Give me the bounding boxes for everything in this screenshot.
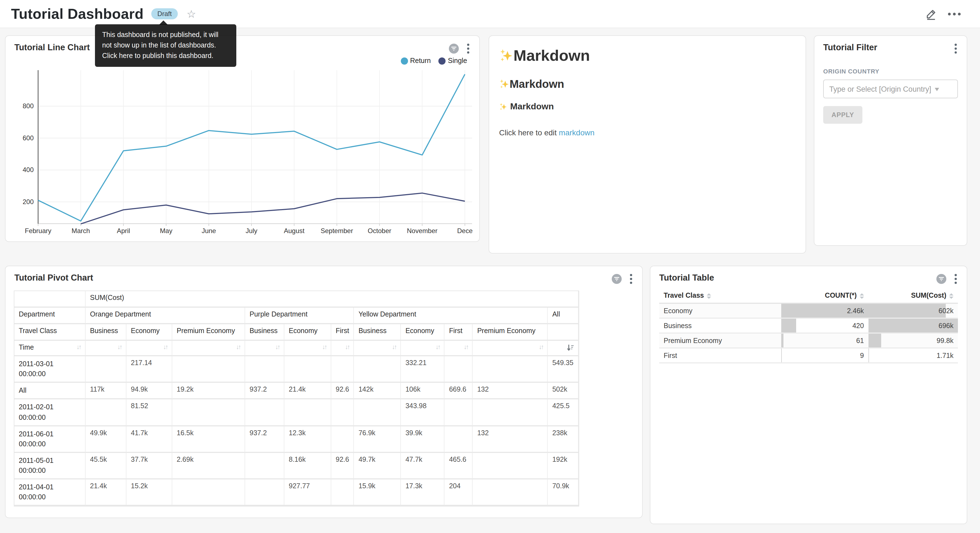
dashboard-page: Tutorial Dashboard Draft ☆ This dashboar… (0, 0, 980, 533)
favorite-star-icon[interactable]: ☆ (187, 8, 196, 19)
chart-filter-icon[interactable] (612, 274, 622, 284)
data-table: Travel ClassCOUNT(*)SUM(Cost)Economy2.46… (659, 288, 958, 364)
more-actions-icon[interactable] (948, 8, 960, 20)
pivot-cell: 502k (548, 383, 578, 400)
column-header-count-[interactable]: COUNT(*) (781, 288, 868, 303)
pivot-sort-cell: ↓↑ (284, 341, 331, 356)
pivot-cell (331, 479, 354, 506)
origin-country-select[interactable]: Type or Select [Origin Country] (823, 80, 958, 98)
series-line-single (81, 193, 465, 224)
pivot-sort-cell: ↓↑ (401, 341, 445, 356)
pivot-sort-cell: ↓↑ (245, 341, 284, 356)
pivot-sort-cell: ↓↑ (126, 341, 172, 356)
pivot-cell: 39.9k (401, 426, 445, 453)
table-row: Premium Economy6199.8k (659, 333, 958, 348)
sparkles-icon (499, 49, 514, 63)
sparkles-icon (499, 102, 508, 111)
column-header-sum-cost-[interactable]: SUM(Cost) (868, 288, 958, 303)
sparkles-icon (499, 79, 510, 89)
x-axis-label: April (117, 227, 130, 235)
pivot-cell (473, 479, 548, 506)
pivot-cell (473, 400, 548, 426)
pivot-row-header: 2011-04-01 00:00:00 (14, 479, 86, 506)
pivot-row-header: 2011-06-01 00:00:00 (14, 426, 86, 453)
pivot-cell: 21.4k (284, 383, 331, 400)
edit-pencil-icon[interactable] (925, 8, 937, 20)
pivot-cell (86, 400, 126, 426)
x-axis-label: November (407, 227, 438, 235)
pivot-cell: 204 (445, 479, 473, 506)
sort-caret-icon (859, 293, 864, 298)
pivot-cell: 192k (548, 453, 578, 480)
pivot-cell: 17.3k (401, 479, 445, 506)
chart-kebab-menu-icon[interactable] (629, 273, 633, 285)
pivot-cell: 76.9k (354, 426, 401, 453)
y-axis-label: 800 (23, 102, 34, 110)
count-cell: 420 (781, 318, 868, 333)
sort-icon[interactable]: ↓↑ (275, 343, 279, 350)
pivot-cell: 549.35 (548, 356, 578, 383)
pivot-cell: 132 (473, 383, 548, 400)
markdown-h3: Markdown (499, 102, 795, 112)
sort-icon[interactable]: ↓↑ (236, 343, 240, 350)
pivot-row-header: 2011-02-01 00:00:00 (14, 400, 86, 426)
pivot-cell (331, 356, 354, 383)
sort-icon[interactable]: ↓↑ (539, 343, 543, 350)
table-row: Economy2.46k602k (659, 303, 958, 318)
sort-icon[interactable]: ↓↑ (392, 343, 396, 350)
pivot-row: 2011-05-01 00:00:0045.5k37.7k2.69k8.16k9… (14, 453, 578, 480)
x-axis-label: February (25, 227, 51, 235)
pivot-measure-header: SUM(Cost) (86, 291, 578, 308)
page-title: Tutorial Dashboard (11, 5, 143, 22)
line-chart-plot: FebruaryMarchAprilMayJuneJulyAugustSepte… (6, 36, 480, 241)
x-axis-label: May (160, 227, 172, 235)
filter-kebab-menu-icon[interactable] (953, 43, 958, 55)
pivot-cell: 21.4k (86, 479, 126, 506)
pencil-icon (925, 8, 937, 20)
draft-status-badge[interactable]: Draft (151, 8, 178, 19)
sort-icon[interactable]: ↓↑ (76, 343, 81, 350)
markdown-edit-link[interactable]: markdown (559, 128, 594, 137)
dashboard-header: Tutorial Dashboard Draft ☆ (0, 0, 980, 28)
sort-caret-icon (949, 293, 953, 298)
pivot-group-header: All (548, 308, 578, 324)
pivot-cell: 425.5 (548, 400, 578, 426)
column-header-travel-class[interactable]: Travel Class (659, 288, 781, 303)
pivot-cell (473, 356, 548, 383)
pivot-sort-cell: ↓↑ (354, 341, 401, 356)
publish-tooltip: This dashboard is not published, it will… (95, 24, 236, 67)
apply-button[interactable]: APPLY (823, 106, 862, 124)
markdown-h1: Markdown (499, 47, 795, 65)
pivot-cell (331, 426, 354, 453)
sort-icon[interactable]: ↓↑ (464, 343, 468, 350)
sort-icon[interactable]: ↓↑ (345, 343, 349, 350)
chart-kebab-menu-icon[interactable] (953, 273, 958, 285)
sort-descending-active-icon[interactable] (567, 344, 573, 351)
pivot-subgroup-header: Business (86, 324, 126, 341)
pivot-sort-cell: ↓↑ (331, 341, 354, 356)
pivot-cell: 927.77 (284, 479, 331, 506)
sort-icon[interactable]: ↓↑ (117, 343, 121, 350)
travel-class-cell: Economy (659, 303, 781, 318)
x-axis-label: September (320, 227, 353, 235)
pivot-sort-cell: ↓↑ (473, 341, 548, 356)
x-axis-label: August (284, 227, 304, 235)
sort-icon[interactable]: ↓↑ (163, 343, 167, 350)
pivot-cell (172, 356, 245, 383)
pivot-row-header: All (14, 383, 86, 400)
filter-card-title: Tutorial Filter (823, 43, 877, 53)
chart-filter-icon[interactable] (936, 274, 946, 284)
sort-icon[interactable]: ↓↑ (322, 343, 326, 350)
pivot-subgroup-header: First (331, 324, 354, 341)
pivot-table: SUM(Cost)DepartmentOrange DepartmentPurp… (14, 290, 579, 507)
pivot-cell: 15.9k (354, 479, 401, 506)
sum-cell: 99.8k (868, 333, 958, 348)
pivot-cell: 49.7k (354, 453, 401, 480)
pivot-row: 2011-06-01 00:00:0049.9k41.7k16.5k937.21… (14, 426, 578, 453)
tutorial-filter-card: Tutorial Filter ORIGIN COUNTRY Type or S… (814, 35, 967, 246)
sum-cell: 696k (868, 318, 958, 333)
pivot-chart-title: Tutorial Pivot Chart (14, 273, 93, 283)
travel-class-cell: First (659, 348, 781, 363)
sort-icon[interactable]: ↓↑ (436, 343, 440, 350)
pivot-cell: 937.2 (245, 426, 284, 453)
